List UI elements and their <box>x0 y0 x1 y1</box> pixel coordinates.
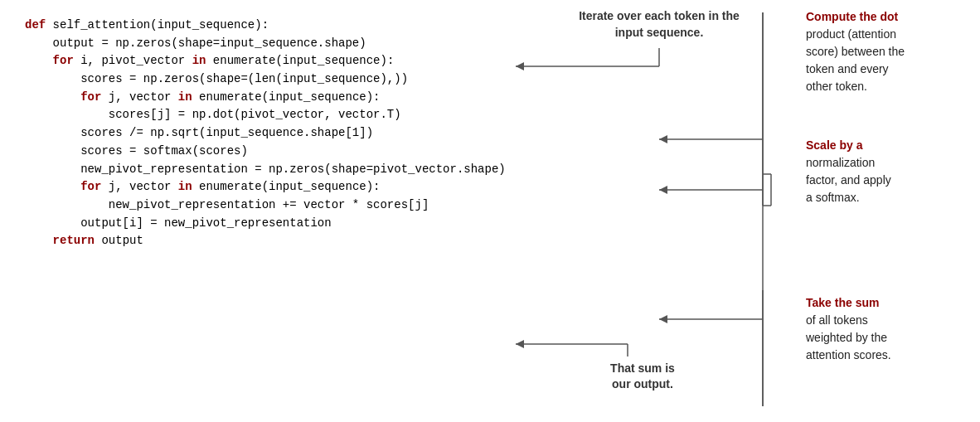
code-text: enumerate(input_sequence): <box>206 54 394 67</box>
code-indent <box>25 180 80 193</box>
code-line-1: def self_attention(input_sequence): <box>25 17 514 35</box>
annotation-bot-right-body: of all tokensweighted by theattention sc… <box>806 313 891 361</box>
keyword-for: for <box>53 54 81 67</box>
annotation-bot-right-title: Take the sum <box>806 296 879 309</box>
code-text: new_pivot_representation += vector * sco… <box>25 198 429 211</box>
keyword-in3: in <box>178 180 192 193</box>
code-line-4: scores = np.zeros(shape=(len(input_seque… <box>25 70 514 89</box>
code-line-12: output[i] = new_pivot_representation <box>25 215 514 233</box>
annotation-bot-right: Take the sum of all tokensweighted by th… <box>806 294 972 364</box>
code-text: j, vector <box>109 180 178 193</box>
code-text: enumerate(input_sequence): <box>192 180 381 193</box>
code-indent <box>25 90 80 104</box>
keyword-return: return <box>53 234 102 247</box>
code-text: scores = np.zeros(shape=(len(input_seque… <box>25 72 408 85</box>
annotation-top-center: Iterate over each token in the input seq… <box>572 8 746 41</box>
code-line-2: output = np.zeros(shape=input_sequence.s… <box>25 35 514 53</box>
keyword-def: def <box>25 18 53 32</box>
annotation-top-right-body: product (attentionscore) between thetoke… <box>806 27 905 93</box>
code-line-6: scores[j] = np.dot(pivot_vector, vector.… <box>25 106 514 124</box>
annotations-section: Iterate over each token in the input seq… <box>522 8 972 414</box>
main-container: def self_attention(input_sequence): outp… <box>0 0 980 422</box>
code-indent <box>25 234 53 247</box>
annotation-bot-center-text: That sum isour output. <box>610 361 675 391</box>
code-text: output = np.zeros(shape=input_sequence.s… <box>25 36 366 50</box>
code-line-3: for i, pivot_vector in enumerate(input_s… <box>25 52 514 70</box>
annotation-top-right-title: Compute the dot <box>806 10 898 23</box>
code-indent <box>25 54 53 67</box>
code-text: scores /= np.sqrt(input_sequence.shape[1… <box>25 126 373 139</box>
keyword-for2: for <box>80 90 109 104</box>
annotation-mid-right-body: normalizationfactor, and applya softmax. <box>806 156 891 204</box>
code-text: scores = softmax(scores) <box>25 144 248 158</box>
code-text: enumerate(input_sequence): <box>192 90 381 104</box>
keyword-in: in <box>192 54 206 67</box>
code-text: j, vector <box>109 90 178 104</box>
keyword-in2: in <box>178 90 192 104</box>
code-line-13: return output <box>25 232 514 250</box>
code-line-7: scores /= np.sqrt(input_sequence.shape[1… <box>25 124 514 143</box>
code-line-9: new_pivot_representation = np.zeros(shap… <box>25 161 514 179</box>
code-text: new_pivot_representation = np.zeros(shap… <box>25 162 506 176</box>
code-line-10: for j, vector in enumerate(input_sequenc… <box>25 178 514 196</box>
code-line-5: for j, vector in enumerate(input_sequenc… <box>25 89 514 107</box>
annotation-mid-right: Scale by a normalizationfactor, and appl… <box>806 137 972 206</box>
annotation-mid-right-title: Scale by a <box>806 138 863 152</box>
keyword-for3: for <box>80 180 109 193</box>
code-text: self_attention(input_sequence): <box>53 18 269 32</box>
code-section: def self_attention(input_sequence): outp… <box>8 8 522 414</box>
code-text: output <box>101 234 143 247</box>
code-line-8: scores = softmax(scores) <box>25 143 514 161</box>
annotation-top-center-text: Iterate over each token in the input seq… <box>579 9 740 39</box>
code-line-11: new_pivot_representation += vector * sco… <box>25 196 514 215</box>
code-text: scores[j] = np.dot(pivot_vector, vector.… <box>25 108 401 121</box>
code-text: output[i] = new_pivot_representation <box>25 216 332 230</box>
annotation-top-right: Compute the dot product (attentionscore)… <box>806 8 972 95</box>
code-text: i, pivot_vector <box>80 54 192 67</box>
annotation-bot-center: That sum isour output. <box>580 361 705 393</box>
